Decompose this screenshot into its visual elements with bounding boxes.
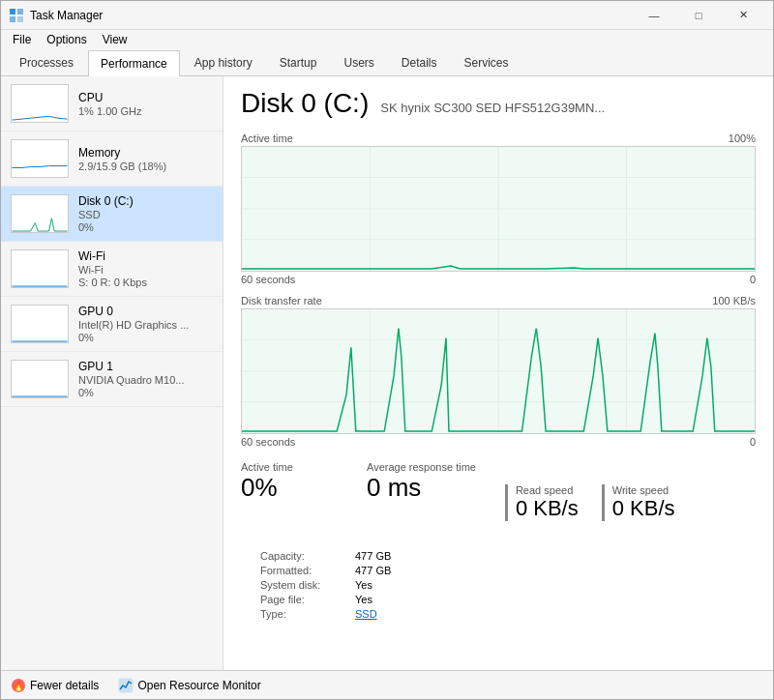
gpu0-detail1: Intel(R) HD Graphics ...: [78, 319, 213, 331]
svg-rect-7: [13, 250, 68, 287]
svg-rect-1: [17, 9, 23, 15]
fewer-details-button[interactable]: 🔥 Fewer details: [11, 678, 99, 693]
tab-services[interactable]: Services: [452, 49, 521, 75]
disk0-detail1: SSD: [78, 209, 213, 220]
svg-rect-6: [13, 195, 68, 232]
sidebar-item-disk0[interactable]: Disk 0 (C:) SSD 0%: [1, 187, 223, 242]
system-disk-row: System disk: Yes: [260, 579, 434, 591]
svg-rect-0: [10, 9, 15, 15]
svg-rect-2: [10, 16, 15, 22]
resource-monitor-label: Open Resource Monitor: [137, 679, 260, 692]
tab-startup[interactable]: Startup: [267, 49, 330, 75]
capacity-value: 477 GB: [355, 550, 391, 562]
main-panel: Disk 0 (C:) SK hynix SC300 SED HFS512G39…: [223, 76, 773, 670]
cpu-detail: 1% 1.00 GHz: [78, 105, 213, 117]
minimize-button[interactable]: —: [632, 1, 676, 30]
bottom-bar: 🔥 Fewer details Open Resource Monitor: [1, 670, 773, 699]
window-controls: — □ ✕: [632, 1, 765, 30]
svg-text:🔥: 🔥: [13, 680, 25, 692]
transfer-rate-chart: [241, 308, 756, 434]
wifi-name: Wi-Fi: [78, 249, 213, 263]
type-value: SSD: [355, 608, 377, 620]
active-time-stat-label: Active time: [241, 461, 338, 473]
transfer-rate-label: Disk transfer rate: [241, 295, 322, 306]
transfer-seconds: 60 seconds: [241, 436, 295, 448]
type-label: Type:: [260, 608, 347, 620]
content-area: CPU 1% 1.00 GHz Memory 2.9/15.9 GB (18%): [1, 76, 773, 670]
page-file-label: Page file:: [260, 594, 347, 605]
svg-rect-3: [17, 16, 23, 22]
wifi-detail1: Wi-Fi: [78, 264, 213, 276]
transfer-rate-max: 100 KB/s: [712, 295, 756, 306]
gpu0-thumbnail: [11, 305, 69, 343]
menu-bar: File Options View: [1, 30, 773, 49]
svg-rect-26: [119, 679, 133, 692]
sidebar-item-cpu[interactable]: CPU 1% 1.00 GHz: [1, 76, 223, 131]
active-time-stat: Active time 0%: [241, 461, 338, 521]
read-speed-block: Read speed 0 KB/s: [505, 484, 579, 521]
page-file-value: Yes: [355, 594, 372, 605]
read-speed-value: 0 KB/s: [516, 496, 579, 521]
close-button[interactable]: ✕: [721, 1, 765, 30]
sidebar-item-wifi[interactable]: Wi-Fi Wi-Fi S: 0 R: 0 Kbps: [1, 242, 223, 297]
transfer-rate-section: Disk transfer rate 100 KB/s: [241, 295, 756, 448]
capacity-row: Capacity: 477 GB: [260, 550, 434, 562]
active-time-seconds: 60 seconds: [241, 274, 295, 285]
response-time-label: Average response time: [367, 461, 476, 473]
tab-details[interactable]: Details: [389, 49, 450, 75]
sidebar-item-memory[interactable]: Memory 2.9/15.9 GB (18%): [1, 131, 223, 187]
page-file-row: Page file: Yes: [260, 594, 434, 605]
svg-rect-4: [13, 85, 68, 122]
gpu1-detail2: 0%: [78, 387, 213, 398]
svg-rect-9: [13, 361, 68, 397]
system-disk-value: Yes: [355, 579, 372, 591]
disk-title: Disk 0 (C:): [241, 88, 369, 119]
menu-view[interactable]: View: [97, 31, 134, 48]
window-title: Task Manager: [30, 9, 103, 22]
fewer-details-icon: 🔥: [11, 678, 26, 693]
disk-subtitle: SK hynix SC300 SED HFS512G39MN...: [380, 101, 605, 115]
title-bar: Task Manager — □ ✕: [1, 1, 773, 30]
sidebar-item-gpu1[interactable]: GPU 1 NVIDIA Quadro M10... 0%: [1, 352, 223, 407]
svg-rect-8: [13, 306, 68, 342]
cpu-thumbnail: [11, 84, 69, 123]
memory-name: Memory: [78, 146, 213, 160]
transfer-zero: 0: [750, 436, 756, 448]
maximize-button[interactable]: □: [676, 1, 721, 30]
active-time-chart: [241, 146, 756, 272]
active-time-stat-value: 0%: [241, 473, 338, 503]
write-speed-label: Write speed: [612, 484, 675, 496]
response-time-stat: Average response time 0 ms: [367, 461, 476, 521]
resource-monitor-icon: [118, 678, 134, 693]
stats-row: Active time 0% Average response time 0 m…: [241, 461, 756, 620]
write-speed-value: 0 KB/s: [612, 496, 675, 521]
sidebar: CPU 1% 1.00 GHz Memory 2.9/15.9 GB (18%): [1, 76, 223, 670]
wifi-thumbnail: [11, 249, 69, 288]
disk-header: Disk 0 (C:) SK hynix SC300 SED HFS512G39…: [241, 88, 756, 119]
response-time-value: 0 ms: [367, 473, 476, 503]
tab-processes[interactable]: Processes: [7, 49, 86, 75]
tab-performance[interactable]: Performance: [88, 50, 180, 76]
tab-apphistory[interactable]: App history: [182, 49, 265, 75]
tab-users[interactable]: Users: [331, 49, 386, 75]
tabs-bar: Processes Performance App history Startu…: [1, 49, 773, 76]
menu-file[interactable]: File: [7, 31, 37, 48]
info-grid: Capacity: 477 GB Formatted: 477 GB Syste…: [260, 550, 434, 620]
disk0-detail2: 0%: [78, 221, 213, 233]
gpu0-detail2: 0%: [78, 332, 213, 343]
formatted-row: Formatted: 477 GB: [260, 565, 434, 576]
svg-rect-5: [13, 140, 68, 177]
disk-thumbnail: [11, 194, 69, 233]
gpu1-name: GPU 1: [78, 360, 213, 373]
menu-options[interactable]: Options: [41, 31, 92, 48]
open-resource-monitor-button[interactable]: Open Resource Monitor: [118, 678, 260, 693]
sidebar-item-gpu0[interactable]: GPU 0 Intel(R) HD Graphics ... 0%: [1, 297, 223, 352]
active-time-max: 100%: [729, 132, 756, 144]
write-speed-block: Write speed 0 KB/s: [602, 484, 675, 521]
disk0-name: Disk 0 (C:): [78, 194, 213, 208]
taskmanager-icon: [9, 8, 24, 23]
memory-detail: 2.9/15.9 GB (18%): [78, 160, 213, 172]
read-speed-label: Read speed: [516, 484, 579, 496]
cpu-name: CPU: [78, 91, 213, 104]
formatted-value: 477 GB: [355, 565, 391, 576]
